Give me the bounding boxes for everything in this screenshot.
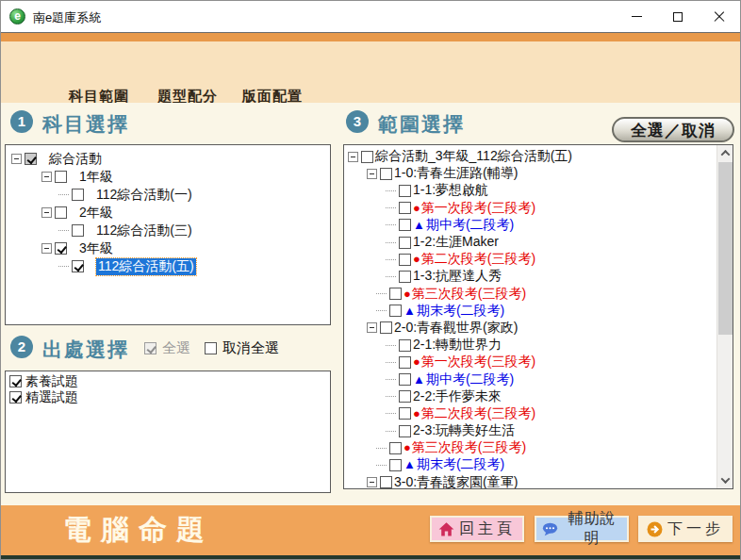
tree-item-label[interactable]: ●第三次段考(三段考) xyxy=(403,439,526,456)
tree-item[interactable]: ●第三次段考(三段考) xyxy=(344,439,733,456)
tree-item-label[interactable]: ▲期末考(二段考) xyxy=(403,456,504,473)
select-all-checkbox[interactable] xyxy=(144,342,156,354)
scrollbar-thumb[interactable] xyxy=(718,162,733,335)
minimize-button[interactable] xyxy=(616,1,657,32)
tree-item[interactable]: ●第三次段考(三段考) xyxy=(344,286,733,303)
close-button[interactable] xyxy=(699,1,740,32)
tree-item-label[interactable]: 1-1:夢想啟航 xyxy=(413,182,488,199)
checkbox[interactable] xyxy=(399,254,411,266)
tree-item-label[interactable]: 1-2:生涯Maker xyxy=(413,234,499,251)
tree-item[interactable]: 2-1:轉動世界力 xyxy=(344,337,733,354)
tree-item-label[interactable]: ▲期中考(二段考) xyxy=(413,371,514,388)
tree-item-label[interactable]: 綜合活動 xyxy=(49,151,102,168)
next-step-button[interactable]: 下一步 xyxy=(638,516,733,542)
checkbox[interactable] xyxy=(380,168,392,180)
tree-item-label[interactable]: 112綜合活動(五) xyxy=(96,258,196,275)
deselect-all-checkbox-group[interactable]: 取消全選 xyxy=(205,339,279,357)
checkbox[interactable] xyxy=(389,459,402,471)
tree-item-label[interactable]: 1年級 xyxy=(79,169,113,186)
help-button[interactable]: 輔助說明 xyxy=(535,516,629,542)
tree-item-label[interactable]: ▲期末考(二段考) xyxy=(403,303,504,320)
tree-item[interactable]: 2-3:玩轉美好生活 xyxy=(344,422,733,439)
tree-item-label[interactable]: 1-0:青春生涯路(輔導) xyxy=(394,165,518,182)
maximize-button[interactable] xyxy=(657,1,699,32)
tree-item-label[interactable]: 1-3:抗壓達人秀 xyxy=(413,268,502,285)
list-item-label[interactable]: 精選試題 xyxy=(25,389,78,406)
tree-item-label[interactable]: ●第二次段考(三段考) xyxy=(413,251,535,268)
tree-item-label[interactable]: 2年級 xyxy=(79,205,113,222)
checkbox[interactable] xyxy=(389,305,402,317)
checkbox[interactable] xyxy=(399,219,411,231)
tree-item[interactable]: 1-1:夢想啟航 xyxy=(344,182,733,199)
tree-item[interactable]: ▲期中考(二段考) xyxy=(344,371,733,387)
tree-item[interactable]: 綜合活動 xyxy=(6,150,330,168)
select-all-toggle-button[interactable]: 全選／取消 xyxy=(612,117,734,142)
tree-item-label[interactable]: ●第三次段考(三段考) xyxy=(403,286,526,303)
tree-item-label[interactable]: ●第二次段考(三段考) xyxy=(413,405,535,422)
tree-item-label[interactable]: 2-0:青春觀世界(家政) xyxy=(394,320,518,337)
checkbox[interactable] xyxy=(361,151,373,163)
checkbox[interactable] xyxy=(380,476,392,488)
tree-item[interactable]: ●第二次段考(三段考) xyxy=(344,251,733,268)
tree-item[interactable]: ▲期末考(二段考) xyxy=(344,303,733,320)
home-button[interactable]: 回主頁 xyxy=(430,516,524,542)
checkbox[interactable] xyxy=(72,189,84,201)
expander-icon[interactable] xyxy=(348,152,358,162)
select-all-checkbox-group[interactable]: 全選 xyxy=(144,339,190,357)
checkbox[interactable] xyxy=(389,288,402,300)
scrollbar-up-button[interactable] xyxy=(717,145,733,161)
tree-item[interactable]: ▲期末考(二段考) xyxy=(344,456,733,473)
scrollbar-down-button[interactable] xyxy=(717,472,733,488)
tree-item-label[interactable]: ●第一次段考(三段考) xyxy=(413,354,535,371)
checkbox[interactable] xyxy=(9,375,22,387)
checkbox[interactable] xyxy=(25,153,37,165)
tree-item[interactable]: 2-2:手作夢未來 xyxy=(344,388,733,405)
expander-icon[interactable] xyxy=(41,172,52,182)
checkbox[interactable] xyxy=(72,224,84,237)
tree-item[interactable]: ●第一次段考(三段考) xyxy=(344,200,733,217)
tree-item[interactable]: 1年級 xyxy=(6,168,330,186)
tree-item[interactable]: 2年級 xyxy=(6,204,330,222)
list-item-label[interactable]: 素養試題 xyxy=(25,373,78,390)
checkbox[interactable] xyxy=(389,442,402,454)
tree-item-label[interactable]: 綜合活動_3年級_112綜合活動(五) xyxy=(375,148,572,165)
tree-item[interactable]: 3-0:青春護家園(童軍) xyxy=(344,474,733,489)
checkbox[interactable] xyxy=(399,425,411,437)
tree-item[interactable]: 1-3:抗壓達人秀 xyxy=(344,268,733,285)
tree-item-label[interactable]: 2-1:轉動世界力 xyxy=(413,337,502,354)
tree-item[interactable]: 2-0:青春觀世界(家政) xyxy=(344,320,733,337)
expander-icon[interactable] xyxy=(367,169,377,179)
checkbox[interactable] xyxy=(380,321,392,334)
checkbox[interactable] xyxy=(399,339,411,352)
checkbox[interactable] xyxy=(55,242,67,255)
tree-item[interactable]: ●第一次段考(三段考) xyxy=(344,354,733,371)
checkbox[interactable] xyxy=(55,171,67,183)
checkbox[interactable] xyxy=(72,260,84,272)
list-item[interactable]: 精選試題 xyxy=(9,389,330,405)
expander-icon[interactable] xyxy=(11,154,22,164)
tree-item[interactable]: 1-0:青春生涯路(輔導) xyxy=(344,165,733,182)
tree-item[interactable]: 3年級 xyxy=(6,239,330,257)
checkbox[interactable] xyxy=(399,390,411,403)
deselect-all-checkbox[interactable] xyxy=(205,342,217,354)
checkbox[interactable] xyxy=(399,185,411,197)
tree-item-label[interactable]: 112綜合活動(一) xyxy=(96,187,192,204)
tree-item[interactable]: ●第二次段考(三段考) xyxy=(344,405,733,422)
expander-icon[interactable] xyxy=(41,243,52,254)
tree-item[interactable]: 1-2:生涯Maker xyxy=(344,234,733,251)
checkbox[interactable] xyxy=(399,237,411,249)
tree-item[interactable]: 112綜合活動(五) xyxy=(6,257,330,275)
checkbox[interactable] xyxy=(399,373,411,386)
checkbox[interactable] xyxy=(399,356,411,369)
tree-item-label[interactable]: 2-2:手作夢未來 xyxy=(413,388,502,405)
checkbox[interactable] xyxy=(399,407,411,420)
tree-item-label[interactable]: ▲期中考(二段考) xyxy=(413,217,514,234)
checkbox[interactable] xyxy=(9,391,22,404)
scrollbar[interactable] xyxy=(716,145,733,488)
list-item[interactable]: 素養試題 xyxy=(9,373,330,389)
tree-item[interactable]: ▲期中考(二段考) xyxy=(344,217,733,234)
checkbox[interactable] xyxy=(399,202,411,214)
expander-icon[interactable] xyxy=(367,322,377,333)
tree-item-label[interactable]: 3-0:青春護家園(童軍) xyxy=(394,474,518,489)
tree-item-label[interactable]: 112綜合活動(三) xyxy=(96,222,192,239)
